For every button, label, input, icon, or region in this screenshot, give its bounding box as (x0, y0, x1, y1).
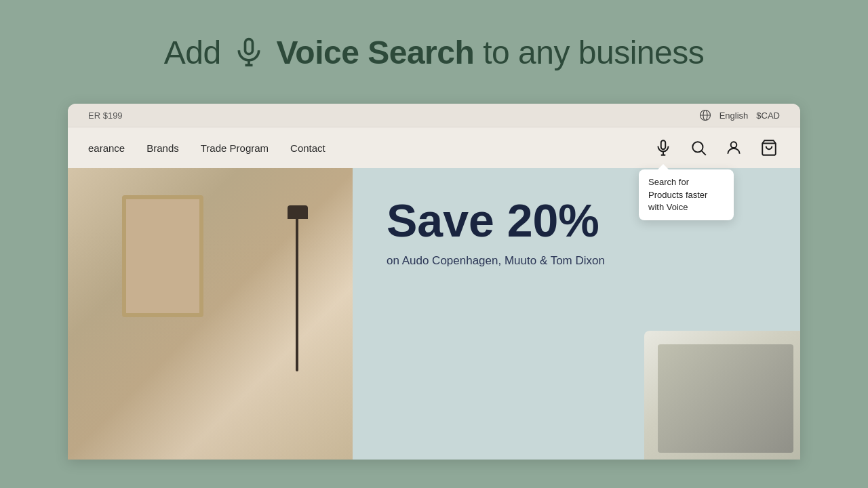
nav-brands[interactable]: Brands (146, 142, 179, 154)
nav-clearance[interactable]: earance (88, 142, 125, 154)
promo-text: ER $199 (88, 110, 123, 121)
top-bar: ER $199 English $CAD (68, 104, 800, 127)
language-selector[interactable]: English (719, 110, 749, 121)
globe-icon (699, 109, 711, 121)
svg-point-6 (692, 142, 703, 152)
lamp-post-decor (296, 209, 298, 371)
hero-banner: Add Voice Search to any business (0, 0, 868, 104)
store-ui: ER $199 English $CAD earance Brands Trad… (68, 104, 800, 460)
hero-title: Add Voice Search to any business (14, 34, 854, 73)
hero-voice-search-label: Voice Search (276, 35, 474, 70)
nav-bar: earance Brands Trade Program Contact Sea… (68, 127, 800, 168)
nav-icons: Search for Products faster with Voice (652, 137, 780, 159)
voice-search-tooltip: Search for Products faster with Voice (639, 169, 734, 220)
nav-links: earance Brands Trade Program Contact (88, 142, 326, 154)
mic-button[interactable]: Search for Products faster with Voice (652, 137, 674, 159)
tooltip-text: Search for Products faster with Voice (648, 177, 707, 211)
search-button[interactable] (688, 137, 709, 159)
svg-rect-3 (661, 140, 666, 149)
currency-selector[interactable]: $CAD (756, 110, 780, 121)
nav-trade-program[interactable]: Trade Program (201, 142, 269, 154)
user-button[interactable] (723, 137, 745, 159)
wall-frame-decor (122, 195, 203, 317)
nav-contact[interactable]: Contact (290, 142, 326, 154)
hero-prefix: Add (164, 35, 221, 70)
top-bar-right: English $CAD (699, 109, 780, 121)
hero-image-panel (68, 168, 353, 460)
cart-button[interactable] (758, 137, 780, 159)
svg-line-7 (702, 151, 706, 155)
promo-subtitle: on Audo Copenhagen, Muuto & Tom Dixon (387, 254, 766, 268)
hero-mic-icon (234, 37, 264, 73)
promo-banner: ER $199 (88, 110, 123, 121)
hero-suffix: to any business (483, 35, 704, 70)
furniture-preview-image (644, 331, 800, 460)
room-image (68, 168, 353, 460)
svg-point-8 (731, 142, 737, 148)
